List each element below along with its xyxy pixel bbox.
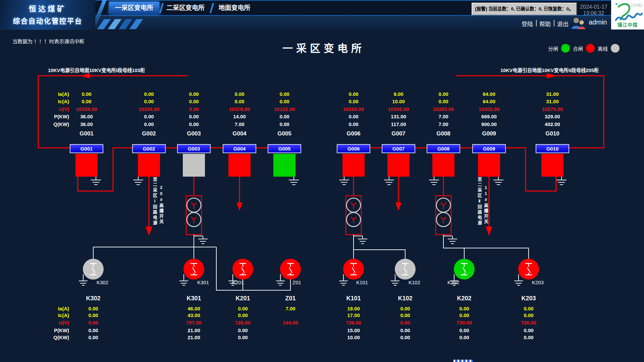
breaker-K201[interactable] xyxy=(232,259,253,280)
scada-screen: 恒达煤矿 综合自动化管控平台 一采区变电所 二采区变电所 地面变电所 [报警] … xyxy=(0,0,644,362)
value-ia: 0.00 xyxy=(174,91,214,97)
breaker-Z01[interactable] xyxy=(280,259,301,280)
value-u: 0.00 xyxy=(73,320,113,325)
value-ia: 0.00 xyxy=(264,91,305,97)
value-ic: 0.00 xyxy=(73,312,113,318)
value-q: 21.00 xyxy=(174,335,214,340)
feeder-state-G002[interactable] xyxy=(138,154,160,177)
feeder-state-G010[interactable] xyxy=(541,154,564,177)
user-avatar-icon[interactable] xyxy=(570,17,586,29)
comm-interrupt-note: 当数据为 ！！！时表示通讯中断 xyxy=(12,38,84,45)
feeder-name: G007 xyxy=(378,130,419,137)
tab-substation-area1[interactable]: 一采区变电所 xyxy=(109,2,159,14)
value-q: 0.00 xyxy=(508,335,549,340)
header: 恒达煤矿 综合自动化管控平台 一采区变电所 二采区变电所 地面变电所 [报警] … xyxy=(0,0,644,30)
feeder-button-G003[interactable]: G003 xyxy=(177,144,211,153)
value-u: 10122.00 xyxy=(264,106,305,112)
tab-substation-area2[interactable]: 二采区变电所 xyxy=(164,2,207,14)
transformer-g006 xyxy=(346,196,361,235)
page-title: 一采区变电所 xyxy=(240,40,408,55)
value-q: 0.00 xyxy=(385,335,425,340)
feeder-button-G001[interactable]: G001 xyxy=(70,144,103,153)
feeder-state-G009[interactable] xyxy=(478,154,500,177)
link-divider xyxy=(536,20,537,26)
value-ic: 17.00 xyxy=(333,312,374,318)
feeder-name: G006 xyxy=(333,130,374,137)
value-ia: 46.00 xyxy=(174,306,214,311)
logo-abbr: zmdz xyxy=(631,2,643,8)
hv-lines xyxy=(38,76,604,227)
breaker-K102[interactable] xyxy=(395,259,416,280)
feeder-state-G006[interactable] xyxy=(342,154,365,177)
device-name: K102 xyxy=(385,295,425,302)
link-divider xyxy=(554,20,554,26)
breaker-K202[interactable] xyxy=(454,259,475,280)
feeder-state-G005[interactable] xyxy=(273,154,296,177)
breaker-K301[interactable] xyxy=(183,259,204,280)
feeder-state-G001[interactable] xyxy=(75,154,98,177)
help-link[interactable]: 帮助 xyxy=(539,19,551,28)
feeder-button-G002[interactable]: G002 xyxy=(132,144,166,153)
feeder-button-G006[interactable]: G006 xyxy=(337,144,370,153)
value-q: 402.00 xyxy=(532,121,573,127)
date-text: 2024-01-17 xyxy=(578,4,610,10)
value-ia: 0.00 xyxy=(219,91,260,97)
feeder-state-G004[interactable] xyxy=(228,154,251,177)
alarm-status-bar[interactable]: [报警] 当前总数：0, 已确认数：0, 已恢复数：0。 xyxy=(472,3,577,15)
value-ia: 7.00 xyxy=(270,306,311,311)
legend-closed-label: 合闸 xyxy=(573,45,583,52)
feeder-state-G007[interactable] xyxy=(387,154,410,177)
feeder-state-G003[interactable] xyxy=(183,154,205,177)
device-label-K102: K102 xyxy=(409,280,420,285)
breaker-K101[interactable] xyxy=(343,259,364,280)
feeder-name: G001 xyxy=(66,130,107,137)
feeder-name: G004 xyxy=(219,130,260,137)
app-title-line1: 恒达煤矿 xyxy=(0,3,95,13)
value-q: 10.00 xyxy=(333,335,374,340)
value-u: 757.00 xyxy=(174,320,214,325)
value-u: 10202.00 xyxy=(469,106,509,112)
feeder-button-G009[interactable]: G009 xyxy=(472,144,506,153)
value-ia: 31.00 xyxy=(532,91,573,97)
value-ia: 0.00 xyxy=(423,91,464,97)
feeder-button-G005[interactable]: G005 xyxy=(268,144,301,153)
feeder-name: G009 xyxy=(469,130,509,137)
breaker-K302[interactable] xyxy=(83,259,104,280)
value-p: 0.00 xyxy=(264,114,305,119)
feeder-button-G007[interactable]: G007 xyxy=(382,144,415,153)
branch-note-left-dest: 至二采区Ⅰ回路电源 xyxy=(152,177,158,241)
breaker-K203[interactable] xyxy=(518,259,539,280)
device-name: K202 xyxy=(444,295,484,302)
feeder-name: G008 xyxy=(423,130,464,137)
app-logo-panel: 恒达煤矿 综合自动化管控平台 xyxy=(0,0,95,30)
value-ic: 0.00 xyxy=(423,99,464,104)
feeder-button-G010[interactable]: G010 xyxy=(536,144,569,153)
branch-note-left-switch: 20#高爆开关 xyxy=(158,185,164,239)
value-q: 900.00 xyxy=(469,121,509,127)
device-label-K302: K302 xyxy=(97,280,108,285)
feeder-state-G008[interactable] xyxy=(432,154,454,177)
value-ic: 0.00 xyxy=(129,99,169,104)
feeder-button-G004[interactable]: G004 xyxy=(223,144,256,153)
device-name: K301 xyxy=(174,295,214,302)
login-link[interactable]: 登陆 xyxy=(522,19,533,28)
value-u: 10334.00 xyxy=(129,106,169,112)
logout-link[interactable]: 退出 xyxy=(557,19,569,28)
datetime-display: 2024-01-17 13:06:32 xyxy=(578,4,610,16)
clipped-bottom-element[interactable] xyxy=(453,360,473,362)
company-logo: zmdz 镇江中煤 xyxy=(611,0,644,29)
value-ia: 0.00 xyxy=(444,306,484,311)
value-u: 10378.00 xyxy=(219,106,260,112)
tab-substation-surface[interactable]: 地面变电所 xyxy=(216,2,253,14)
value-u: 0.00 xyxy=(174,106,214,112)
row-label-ic: Ic(A) xyxy=(40,99,69,104)
value-q: 0.00 xyxy=(129,121,169,127)
feeder-button-G008[interactable]: G008 xyxy=(427,144,460,153)
device-name: Z01 xyxy=(270,295,311,302)
value-q: 7.00 xyxy=(219,121,260,127)
value-q: 0.00 xyxy=(333,121,374,127)
row-label-u: U(V) xyxy=(40,106,69,112)
username-text: admin xyxy=(589,18,607,26)
value-u: 10283.00 xyxy=(423,106,464,112)
value-u: 729.00 xyxy=(333,320,374,325)
